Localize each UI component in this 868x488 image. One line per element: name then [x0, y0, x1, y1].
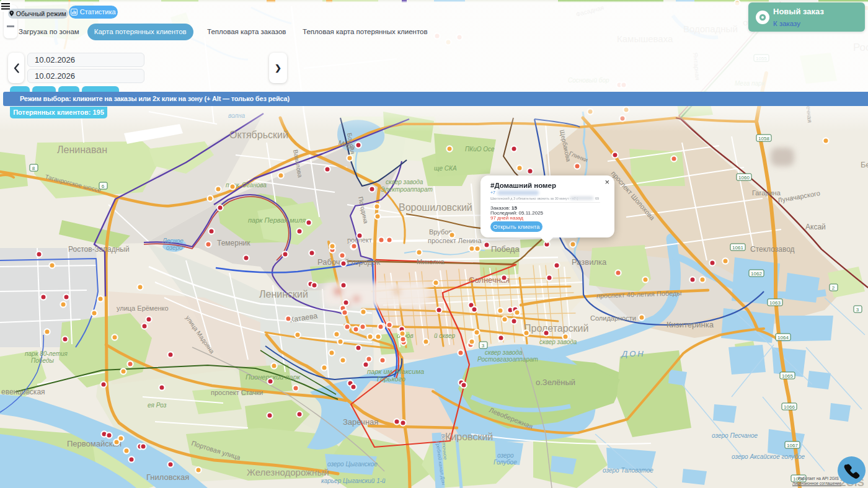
svg-text:Микояна: Микояна [417, 258, 445, 265]
svg-text:сквер завода: сквер завода [539, 339, 577, 345]
svg-text:Развилка: Развилка [572, 257, 607, 267]
svg-text:Ленинский: Ленинский [259, 289, 308, 299]
svg-text:Победы: Победы [31, 357, 54, 364]
svg-text:Ленинаван: Ленинаван [57, 144, 107, 155]
svg-text:1061: 1061 [732, 245, 743, 251]
svg-text:Бер: Бер [861, 160, 868, 169]
svg-text:Гагарина: Гагарина [752, 189, 781, 197]
svg-text:1063: 1063 [769, 300, 781, 306]
svg-text:сквер завода: сквер завода [386, 179, 423, 185]
svg-text:1066: 1066 [784, 404, 795, 410]
svg-text:1058: 1058 [758, 136, 769, 141]
svg-text:3: 3 [482, 343, 485, 348]
svg-text:Железнодорожный: Железнодорожный [247, 467, 329, 477]
svg-text:парк им. Максима: парк им. Максима [367, 368, 424, 375]
svg-text:озеро Песчаное: озеро Песчаное [712, 432, 758, 439]
svg-text:Победа: Победа [491, 244, 520, 254]
svg-text:озеро Таловатое: озеро Таловатое [603, 467, 653, 474]
svg-text:евенцовская: евенцовская [1, 388, 45, 396]
svg-text:Первомайская: Первомайская [67, 439, 122, 448]
svg-text:Солидарности: Солидарности [590, 314, 636, 322]
svg-text:Ростов-Западный: Ростов-Западный [68, 245, 130, 254]
svg-text:Аксай: Аксай [805, 223, 826, 231]
svg-text:й сквер: й сквер [434, 332, 456, 339]
svg-text:1064: 1064 [777, 335, 789, 340]
svg-text:ДОН: ДОН [621, 349, 645, 358]
svg-text:Кизитеринка: Кизитеринка [666, 320, 714, 329]
svg-text:Темерник: Темерник [217, 239, 250, 247]
svg-text:1062: 1062 [751, 271, 762, 277]
svg-text:Ворошиловский: Ворошиловский [399, 202, 472, 213]
svg-text:озеро Цыганское: озеро Цыганское [327, 461, 378, 468]
svg-text:Кировский: Кировский [445, 432, 493, 442]
svg-text:Электроаппарат: Электроаппарат [381, 186, 433, 193]
svg-text:парк 80-летия: парк 80-летия [25, 350, 68, 357]
svg-text:улица Ерёменко: улица Ерёменко [117, 304, 169, 312]
svg-text:Оганова: Оганова [242, 182, 267, 189]
svg-text:озеро Аксайское голубое: озеро Аксайское голубое [732, 453, 805, 460]
svg-text:6: 6 [102, 184, 105, 189]
svg-text:Ростовгазоаппарат: Ростовгазоаппарат [477, 356, 538, 363]
svg-text:Пролетарский: Пролетарский [524, 323, 588, 334]
svg-text:1065: 1065 [782, 373, 793, 379]
svg-text:карьер Цыганский 1-й: карьер Цыганский 1-й [321, 477, 386, 484]
svg-text:Лесное: Лесное [162, 237, 184, 244]
svg-text:о.Зелёный: о.Зелёный [536, 378, 575, 387]
svg-text:проспект Ленина: проспект Ленина [428, 237, 482, 244]
svg-text:3: 3 [856, 307, 859, 313]
svg-text:2: 2 [832, 285, 835, 291]
svg-text:парк Первая миля: парк Первая миля [248, 216, 306, 224]
svg-text:Рабочий городок: Рабочий городок [317, 257, 380, 267]
svg-text:1067: 1067 [787, 443, 798, 448]
svg-text:Голубое: Голубое [494, 459, 517, 466]
svg-text:Горького: Горького [377, 375, 405, 383]
svg-text:ея Роз: ея Роз [148, 402, 167, 409]
svg-text:ще СКА: ще СКА [434, 165, 457, 172]
svg-text:Гниловская: Гниловская [146, 472, 189, 482]
svg-text:1060: 1060 [738, 175, 750, 180]
svg-text:озеро: озеро [166, 244, 183, 251]
svg-text:проспект Стачки: проспект Стачки [211, 389, 263, 396]
svg-text:8: 8 [32, 166, 35, 171]
svg-text:сквер завода: сквер завода [485, 349, 523, 356]
svg-text:ПКиО Осе: ПКиО Осе [465, 146, 495, 153]
svg-text:озеро: озеро [497, 452, 514, 459]
svg-text:Стеклозавод: Стеклозавод [750, 245, 795, 254]
svg-text:Заречная: Заречная [343, 417, 378, 427]
